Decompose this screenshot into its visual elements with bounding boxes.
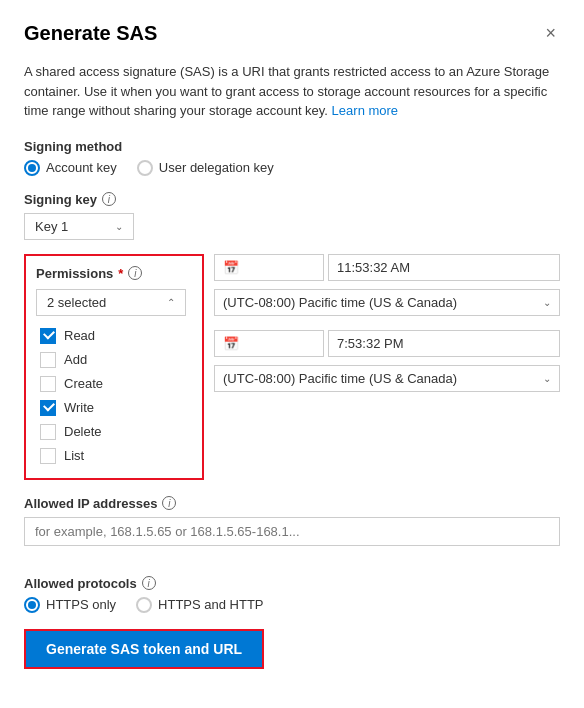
signing-method-account-key[interactable]: Account key (24, 160, 117, 176)
signing-key-section: Signing key i Key 1 ⌄ (24, 192, 560, 240)
start-datetime-row: 📅 (214, 254, 560, 281)
delete-checkbox[interactable] (40, 424, 56, 440)
allowed-ip-info-icon[interactable]: i (162, 496, 176, 510)
read-label: Read (64, 328, 95, 343)
allowed-ip-input[interactable] (24, 517, 560, 546)
protocols-radio-group: HTTPS only HTTPS and HTTP (24, 597, 560, 613)
signing-key-select[interactable]: Key 1 ⌄ (24, 213, 134, 240)
signing-key-value: Key 1 (35, 219, 68, 234)
signing-key-label: Signing key i (24, 192, 560, 207)
permissions-checkbox-list: Read Add Create Write (36, 324, 192, 468)
https-http-label: HTTPS and HTTP (158, 597, 263, 612)
protocol-https-http[interactable]: HTTPS and HTTP (136, 597, 263, 613)
start-datetime-section: 📅 (UTC-08:00) Pacific time (US & Canada)… (214, 254, 560, 316)
account-key-label: Account key (46, 160, 117, 175)
allowed-ip-label: Allowed IP addresses i (24, 496, 560, 511)
allowed-protocols-info-icon[interactable]: i (142, 576, 156, 590)
dialog-title: Generate SAS (24, 22, 157, 45)
permissions-dropdown-trigger[interactable]: 2 selected ⌃ (36, 289, 186, 316)
expiry-calendar-icon: 📅 (223, 336, 239, 351)
permission-read[interactable]: Read (40, 328, 188, 344)
permission-list[interactable]: List (40, 448, 188, 464)
write-checkbox[interactable] (40, 400, 56, 416)
signing-key-chevron-icon: ⌄ (115, 221, 123, 232)
read-checkbox[interactable] (40, 328, 56, 344)
list-label: List (64, 448, 84, 463)
write-label: Write (64, 400, 94, 415)
description-content: A shared access signature (SAS) is a URI… (24, 64, 549, 118)
permission-create[interactable]: Create (40, 376, 188, 392)
https-only-radio[interactable] (24, 597, 40, 613)
allowed-protocols-label: Allowed protocols i (24, 576, 560, 591)
description-text: A shared access signature (SAS) is a URI… (24, 62, 560, 121)
allowed-ip-section: Allowed IP addresses i (24, 496, 560, 562)
datetime-column: 📅 (UTC-08:00) Pacific time (US & Canada)… (214, 254, 560, 496)
permissions-required-star: * (118, 266, 123, 281)
permissions-label: Permissions * i (36, 266, 192, 281)
create-checkbox[interactable] (40, 376, 56, 392)
main-content: Permissions * i 2 selected ⌃ Read Add (24, 254, 560, 496)
permission-write[interactable]: Write (40, 400, 188, 416)
delete-label: Delete (64, 424, 102, 439)
create-label: Create (64, 376, 103, 391)
allowed-protocols-section: Allowed protocols i HTTPS only HTTPS and… (24, 576, 560, 613)
permission-add[interactable]: Add (40, 352, 188, 368)
expiry-timezone-chevron-icon: ⌄ (543, 373, 551, 384)
expiry-timezone-select[interactable]: (UTC-08:00) Pacific time (US & Canada) ⌄ (214, 365, 560, 392)
permissions-chevron-icon: ⌃ (167, 297, 175, 308)
user-delegation-radio[interactable] (137, 160, 153, 176)
permissions-section: Permissions * i 2 selected ⌃ Read Add (24, 254, 204, 480)
signing-method-section: Signing method Account key User delegati… (24, 139, 560, 176)
start-calendar-icon: 📅 (223, 260, 239, 275)
add-label: Add (64, 352, 87, 367)
dialog-header: Generate SAS × (24, 20, 560, 46)
expiry-datetime-row: 📅 (214, 330, 560, 357)
learn-more-link[interactable]: Learn more (332, 103, 398, 118)
signing-key-info-icon[interactable]: i (102, 192, 116, 206)
close-button[interactable]: × (541, 20, 560, 46)
https-only-label: HTTPS only (46, 597, 116, 612)
expiry-datetime-section: 📅 (UTC-08:00) Pacific time (US & Canada)… (214, 330, 560, 392)
list-checkbox[interactable] (40, 448, 56, 464)
generate-sas-dialog: Generate SAS × A shared access signature… (0, 0, 584, 708)
permissions-info-icon[interactable]: i (128, 266, 142, 280)
generate-sas-button[interactable]: Generate SAS token and URL (24, 629, 264, 669)
account-key-radio[interactable] (24, 160, 40, 176)
user-delegation-label: User delegation key (159, 160, 274, 175)
signing-method-user-delegation[interactable]: User delegation key (137, 160, 274, 176)
permissions-selected-text: 2 selected (47, 295, 106, 310)
expiry-date-input[interactable]: 📅 (214, 330, 324, 357)
add-checkbox[interactable] (40, 352, 56, 368)
start-timezone-select[interactable]: (UTC-08:00) Pacific time (US & Canada) ⌄ (214, 289, 560, 316)
protocol-https-only[interactable]: HTTPS only (24, 597, 116, 613)
start-timezone-chevron-icon: ⌄ (543, 297, 551, 308)
permission-delete[interactable]: Delete (40, 424, 188, 440)
signing-method-radio-group: Account key User delegation key (24, 160, 560, 176)
start-timezone-value: (UTC-08:00) Pacific time (US & Canada) (223, 295, 457, 310)
start-date-input[interactable]: 📅 (214, 254, 324, 281)
start-time-input[interactable] (328, 254, 560, 281)
expiry-timezone-value: (UTC-08:00) Pacific time (US & Canada) (223, 371, 457, 386)
https-http-radio[interactable] (136, 597, 152, 613)
signing-method-label: Signing method (24, 139, 560, 154)
expiry-time-input[interactable] (328, 330, 560, 357)
permissions-column: Permissions * i 2 selected ⌃ Read Add (24, 254, 204, 496)
